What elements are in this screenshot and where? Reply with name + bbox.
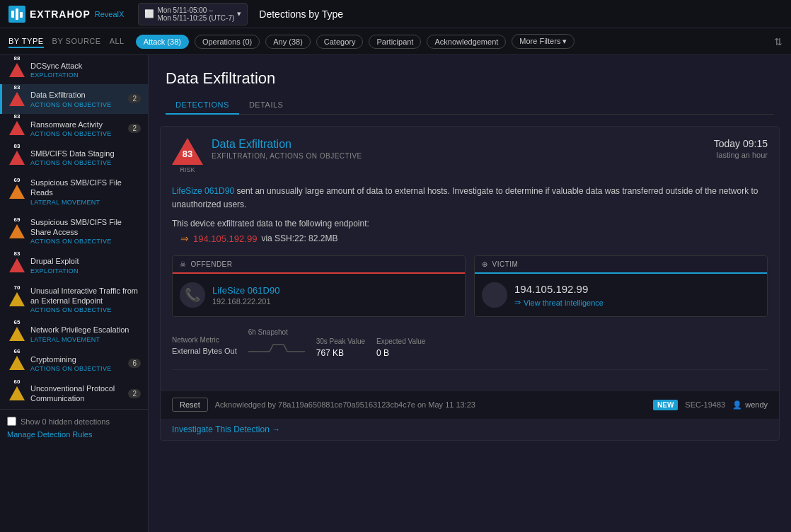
sidebar-item-privilege[interactable]: 65 Network Privilege Escalation LATERAL … <box>0 319 148 348</box>
sparkline-chart <box>248 339 305 356</box>
hidden-checkbox[interactable] <box>7 417 16 426</box>
description-rest: sent an unusually large amount of data t… <box>172 186 758 209</box>
risk-score: 83 RISK <box>172 138 203 173</box>
username: wendy <box>745 400 768 409</box>
endpoint-icon: ⇒ <box>180 233 189 244</box>
endpoint-ip[interactable]: 194.105.192.99 <box>193 233 257 244</box>
pill-more-filters[interactable]: More Filters ▾ <box>512 34 575 49</box>
investigate-link[interactable]: Investigate This Detection → <box>161 419 291 440</box>
time-value: Today 09:15 <box>714 138 768 149</box>
risk-number: 83 <box>183 149 192 159</box>
main-layout: 88 DCSync Attack EXPLOITATION 83 Data Ex… <box>0 55 791 532</box>
card-body: LifeSize 061D90 sent an unusually large … <box>161 185 779 390</box>
detection-sub: EXFILTRATION, ACTIONS ON OBJECTIVE <box>212 152 705 160</box>
offender-body: 📞 LifeSize 061D90 192.168.222.201 <box>173 274 465 316</box>
sidebar-item-label: Cryptomining <box>30 354 122 364</box>
sidebar: 88 DCSync Attack EXPLOITATION 83 Data Ex… <box>0 55 149 532</box>
show-hidden-toggle[interactable]: Show 0 hidden detections <box>7 417 141 426</box>
metric-header: Network Metric <box>172 336 237 344</box>
pill-acknowledgement[interactable]: Acknowledgement <box>427 35 506 49</box>
risk-indicator: 70 <box>9 292 25 306</box>
expected-col: Expected Value 0 B <box>376 337 425 358</box>
logo-text: EXTRAHOP <box>30 8 91 20</box>
content-area: Data Exfiltration DETECTIONS DETAILS 83 … <box>149 55 791 532</box>
risk-indicator: 65 <box>9 327 25 341</box>
offender-icon: ☠ <box>180 260 187 268</box>
manage-rules-link[interactable]: Manage Detection Rules <box>7 430 141 439</box>
time-selector[interactable]: ⬜ Mon 5/11-05:00 – Mon 5/11-10:25 (UTC-7… <box>138 3 248 25</box>
offender-label: OFFENDER <box>191 260 233 268</box>
sidebar-item-label: Suspicious SMB/CIFS File Reads <box>30 178 141 198</box>
reset-button[interactable]: Reset <box>172 398 208 412</box>
victim-header: ⊕ VICTIM <box>475 256 767 274</box>
page-title: Detections by Type <box>259 8 343 20</box>
sidebar-item-dcsync[interactable]: 88 DCSync Attack EXPLOITATION <box>0 55 148 84</box>
sidebar-item-smb-staging[interactable]: 83 SMB/CIFS Data Staging ACTIONS ON OBJE… <box>0 143 148 172</box>
top-nav: EXTRAHOP RevealX ⬜ Mon 5/11-05:00 – Mon … <box>0 0 791 28</box>
time-range: Mon 5/11-05:00 – Mon 5/11-10:25 (UTC-7) <box>157 6 234 22</box>
sidebar-item-unconventional[interactable]: 60 Unconventional Protocol Communication… <box>0 378 148 410</box>
svg-rect-2 <box>20 12 23 18</box>
victim-body: 194.105.192.99 ⇒ View threat intelligenc… <box>475 274 767 316</box>
endpoint-entry: ⇒ 194.105.192.99 via SSH:22: 82.2MB <box>172 233 768 244</box>
threat-icon: ⇒ <box>514 298 521 307</box>
sidebar-item-ransomware[interactable]: 83 Ransomware Activity ACTIONS ON OBJECT… <box>0 114 148 143</box>
tab-all[interactable]: ALL <box>110 35 125 48</box>
sidebar-item-category: LATERAL MOVEMENT <box>30 199 141 206</box>
victim-icon: ⊕ <box>482 260 488 268</box>
victim-info: 194.105.192.99 ⇒ View threat intelligenc… <box>514 283 604 307</box>
sort-icon[interactable]: ⇅ <box>774 36 783 47</box>
app-icon <box>8 6 25 23</box>
svg-rect-0 <box>11 11 14 18</box>
tab-detections[interactable]: DETECTIONS <box>166 96 239 115</box>
detection-time: Today 09:15 lasting an hour <box>714 138 768 159</box>
card-header: 83 RISK Data Exfiltration EXFILTRATION, … <box>161 127 779 185</box>
tab-by-source[interactable]: BY SOURCE <box>52 35 101 48</box>
sidebar-item-label: SMB/CIFS Data Staging <box>30 149 141 158</box>
offender-link[interactable]: LifeSize 061D90 <box>172 186 234 196</box>
pill-operations[interactable]: Operations (0) <box>195 35 260 49</box>
view-tabs: BY TYPE BY SOURCE ALL <box>8 35 125 48</box>
sidebar-item-label: Network Privilege Escalation <box>30 325 141 335</box>
sidebar-item-smb-share[interactable]: 69 Suspicious SMB/CIFS File Share Access… <box>0 212 148 251</box>
pill-participant[interactable]: Participant <box>369 35 421 49</box>
endpoint-via: via SSH:22: 82.2MB <box>261 233 337 243</box>
risk-indicator: 69 <box>9 185 25 199</box>
risk-indicator: 83 <box>9 92 25 106</box>
snapshot-col: 6h Snapshot <box>248 328 305 358</box>
parties-row: ☠ OFFENDER 📞 LifeSize 061D90 192.168.222… <box>172 255 768 317</box>
sidebar-item-drupal[interactable]: 83 Drupal Exploit EXPLOITATION <box>0 250 148 279</box>
expected-value: 0 B <box>376 348 425 358</box>
victim-ip: 194.105.192.99 <box>514 283 604 295</box>
external-bytes-label: External Bytes Out <box>172 347 237 355</box>
offender-avatar: 📞 <box>180 282 205 308</box>
metrics-row: Network Metric External Bytes Out 6h Sna… <box>172 328 768 370</box>
dropdown-arrow-icon: ▾ <box>237 9 241 18</box>
threat-link-text[interactable]: View threat intelligence <box>524 299 604 307</box>
acknowledgement-text: Acknowledged by 78a119a650881ce70a951631… <box>215 400 646 409</box>
offender-box: ☠ OFFENDER 📞 LifeSize 061D90 192.168.222… <box>172 255 466 317</box>
pill-attack[interactable]: Attack (38) <box>136 35 189 49</box>
sidebar-item-label: DCSync Attack <box>30 61 141 71</box>
sidebar-item-category: EXPLOITATION <box>30 71 141 79</box>
pill-category[interactable]: Category <box>316 35 364 49</box>
sidebar-item-category: ACTIONS ON OBJECTIVE <box>30 238 141 245</box>
snapshot-header: 6h Snapshot <box>248 328 305 336</box>
sidebar-item-label: Drupal Exploit <box>30 256 141 266</box>
risk-indicator: 69 <box>9 224 25 238</box>
risk-indicator: 66 <box>9 356 25 370</box>
sidebar-item-category: EXPLOITATION <box>30 267 141 274</box>
victim-box: ⊕ VICTIM 194.105.192.99 ⇒ View threat in… <box>474 255 768 317</box>
sidebar-item-data-exfiltration[interactable]: 83 Data Exfiltration ACTIONS ON OBJECTIV… <box>0 84 148 113</box>
tab-by-type[interactable]: BY TYPE <box>8 35 44 48</box>
pill-any[interactable]: Any (38) <box>265 35 311 49</box>
time-duration: lasting an hour <box>714 151 768 159</box>
sidebar-item-cryptomining[interactable]: 66 Cryptomining ACTIONS ON OBJECTIVE 6 <box>0 349 148 378</box>
filter-bar: BY TYPE BY SOURCE ALL Attack (38) Operat… <box>0 28 791 55</box>
threat-intel-link[interactable]: ⇒ View threat intelligence <box>514 298 604 307</box>
logo-sub: RevealX <box>95 10 125 18</box>
sidebar-item-smb-reads[interactable]: 69 Suspicious SMB/CIFS File Reads LATERA… <box>0 172 148 212</box>
sidebar-item-unusual-traffic[interactable]: 70 Unusual Interactive Traffic from an E… <box>0 280 148 320</box>
offender-name[interactable]: LifeSize 061D90 <box>212 285 279 296</box>
tab-details[interactable]: DETAILS <box>239 96 294 115</box>
